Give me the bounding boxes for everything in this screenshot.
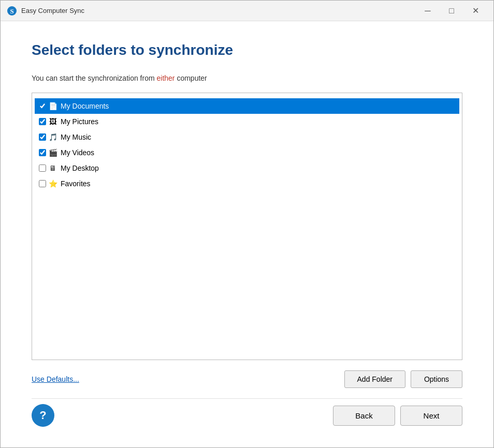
folder-label: My Documents bbox=[61, 102, 109, 110]
add-folder-button[interactable]: Add Folder bbox=[344, 370, 405, 388]
subtitle-highlight: either bbox=[157, 74, 175, 82]
folder-checkbox[interactable] bbox=[39, 180, 46, 187]
subtitle-part1: You can start the synchronization from bbox=[32, 74, 157, 82]
nav-buttons: Back Next bbox=[333, 406, 462, 426]
bottom-buttons: Add Folder Options bbox=[344, 370, 462, 388]
bottom-row: Use Defaults... Add Folder Options bbox=[32, 370, 462, 388]
back-button[interactable]: Back bbox=[333, 406, 395, 426]
desktop-icon: 🖥 bbox=[48, 164, 57, 172]
folder-item[interactable]: 🖥My Desktop bbox=[35, 160, 459, 176]
folder-checkbox[interactable] bbox=[39, 165, 46, 172]
footer-row: ? Back Next bbox=[32, 398, 462, 432]
window-controls: ─ □ ✕ bbox=[416, 3, 487, 19]
folder-checkbox[interactable] bbox=[39, 118, 46, 125]
window-title: Easy Computer Sync bbox=[21, 7, 416, 14]
folder-list[interactable]: 📄My Documents🖼My Pictures🎵My Music🎬My Vi… bbox=[32, 93, 462, 360]
music-icon: 🎵 bbox=[48, 133, 57, 141]
close-button[interactable]: ✕ bbox=[463, 3, 487, 19]
subtitle-part2: computer bbox=[175, 74, 207, 82]
page-title: Select folders to synchronize bbox=[32, 42, 462, 58]
folder-item[interactable]: 🎵My Music bbox=[35, 129, 459, 145]
minimize-button[interactable]: ─ bbox=[416, 3, 440, 19]
maximize-button[interactable]: □ bbox=[440, 3, 463, 19]
options-button[interactable]: Options bbox=[411, 370, 462, 388]
pictures-icon: 🖼 bbox=[48, 117, 57, 126]
folder-checkbox[interactable] bbox=[39, 102, 46, 110]
folder-label: My Music bbox=[61, 133, 91, 141]
help-button[interactable]: ? bbox=[32, 404, 54, 427]
folder-item[interactable]: 🖼My Pictures bbox=[35, 114, 459, 129]
folder-label: My Videos bbox=[61, 148, 94, 157]
folder-item[interactable]: 📄My Documents bbox=[35, 98, 459, 114]
svg-text:S: S bbox=[10, 7, 13, 15]
videos-icon: 🎬 bbox=[48, 148, 57, 157]
app-window: S Easy Computer Sync ─ □ ✕ Select folder… bbox=[0, 0, 494, 448]
folder-item[interactable]: 🎬My Videos bbox=[35, 145, 459, 160]
app-logo: S bbox=[7, 6, 17, 16]
subtitle: You can start the synchronization from e… bbox=[32, 74, 462, 82]
title-bar: S Easy Computer Sync ─ □ ✕ bbox=[1, 1, 493, 21]
documents-icon: 📄 bbox=[48, 102, 57, 110]
folder-label: Favorites bbox=[61, 180, 91, 188]
folder-checkbox[interactable] bbox=[39, 133, 46, 141]
folder-checkbox[interactable] bbox=[39, 149, 46, 156]
favorites-icon: ⭐ bbox=[48, 180, 57, 188]
folder-item[interactable]: ⭐Favorites bbox=[35, 176, 459, 191]
next-button[interactable]: Next bbox=[400, 406, 462, 426]
use-defaults-button[interactable]: Use Defaults... bbox=[32, 375, 79, 383]
main-content: Select folders to synchronize You can st… bbox=[1, 21, 493, 447]
folder-label: My Desktop bbox=[61, 164, 99, 172]
folder-label: My Pictures bbox=[61, 117, 98, 126]
